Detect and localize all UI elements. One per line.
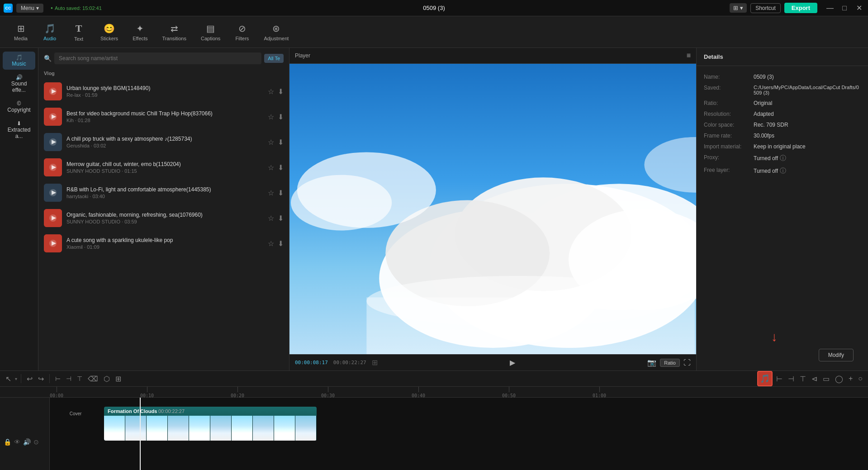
minimize-button[interactable]: — (825, 3, 835, 14)
music-thumb-4 (44, 184, 62, 202)
captions-icon: ▤ (206, 23, 215, 34)
timeline-left-panel: 🔒 👁 🔊 ⊙ (0, 398, 50, 470)
detail-row-0: Name: 0509 (3) (704, 71, 861, 82)
ruler-label-3: 00:30 (321, 393, 335, 398)
download-button-2[interactable]: ⬇ (278, 138, 284, 147)
toolbar-effects[interactable]: ✦ Effects (126, 20, 154, 44)
video-track[interactable]: Formation Of Clouds 00:00:22:27 (104, 407, 317, 441)
favorite-button-3[interactable]: ☆ (268, 163, 274, 172)
music-actions-4: ☆ ⬇ (268, 189, 284, 197)
audio-label: Audio (43, 36, 56, 41)
undo-button[interactable]: ↩ (25, 373, 34, 385)
delete-button[interactable]: ⌫ (86, 373, 100, 385)
toolbar-stickers[interactable]: 😊 Stickers (94, 20, 124, 44)
sidebar-item-music[interactable]: 🎵 Music (3, 52, 35, 70)
sidebar-item-extracted[interactable]: ⬇ Extracted a... (3, 118, 35, 142)
fullscreen-button[interactable]: ⛶ (683, 359, 691, 367)
ruler-label-6: 01:00 (593, 393, 606, 398)
music-meta-0: Re-lax · 01:59 (66, 92, 263, 98)
search-input[interactable] (54, 52, 261, 64)
download-button-4[interactable]: ⬇ (278, 189, 284, 197)
track-more-button[interactable]: ⊙ (33, 438, 39, 446)
app-logo: CC (4, 4, 13, 13)
detail-toggle-8[interactable]: ⓘ (780, 167, 786, 174)
favorite-button-6[interactable]: ☆ (268, 239, 274, 248)
download-button-0[interactable]: ⬇ (278, 87, 284, 96)
music-item[interactable]: Merrow guitar, chill out, winter, emo b(… (38, 155, 289, 180)
toolbar-audio[interactable]: 🎵 Audio (36, 20, 63, 44)
layout-button[interactable]: ⊞ ▾ (730, 3, 747, 13)
track-visibility-button[interactable]: 👁 (14, 438, 20, 446)
ruler-tick-5 (509, 387, 509, 392)
music-meta-3: SUNNY HOOD STUDIO · 01:15 (66, 168, 263, 174)
favorite-button-2[interactable]: ☆ (268, 138, 274, 147)
toolbar-text[interactable]: T Text (65, 20, 92, 44)
music-item[interactable]: A chill pop truck with a sexy atmosphere… (38, 129, 289, 155)
shortcut-button[interactable]: Shortcut (750, 3, 781, 13)
timeline-split-btn[interactable]: ⊢ (774, 373, 784, 385)
favorite-button-5[interactable]: ☆ (268, 214, 274, 223)
favorite-button-0[interactable]: ☆ (268, 87, 274, 96)
sidebar-sound-label: Sound effe... (6, 81, 32, 93)
toolbar-adjustment[interactable]: ⊛ Adjustment (257, 20, 295, 44)
menu-button[interactable]: Menu ▾ (16, 4, 43, 13)
download-button-5[interactable]: ⬇ (278, 214, 284, 223)
toolbar-media[interactable]: ⊞ Media (7, 20, 34, 44)
grid-button[interactable]: ⊞ (114, 373, 123, 385)
playhead (140, 398, 141, 470)
music-item[interactable]: Best for video background music Chill Tr… (38, 104, 289, 129)
toolbar-filters[interactable]: ⊘ Filters (228, 20, 256, 44)
ruler-tick-0 (57, 387, 57, 392)
music-item[interactable]: R&B with Lo-Fi, light and comfortable at… (38, 180, 289, 205)
trim-button[interactable]: ⊣ (64, 373, 73, 384)
toolbar-transitions[interactable]: ⇄ Transitions (156, 20, 193, 44)
favorite-button-4[interactable]: ☆ (268, 189, 274, 197)
favorite-button-1[interactable]: ☆ (268, 113, 274, 121)
track-lock-button[interactable]: 🔒 (4, 438, 11, 446)
select-tool-dropdown[interactable]: ▾ (15, 376, 17, 381)
track-thumb-9 (274, 416, 295, 441)
detail-toggle-7[interactable]: ⓘ (780, 154, 786, 161)
timeline-merge-btn[interactable]: ⊣ (786, 373, 796, 385)
download-button-1[interactable]: ⬇ (278, 113, 284, 121)
player-menu-icon[interactable]: ≡ (687, 52, 691, 60)
modify-button[interactable]: Modify (819, 349, 854, 361)
split-button[interactable]: ⊢ (53, 373, 62, 384)
maximize-button[interactable]: □ (839, 3, 850, 14)
music-item[interactable]: A cute song with a sparkling ukulele-lik… (38, 231, 289, 256)
detail-key-2: Ratio: (704, 100, 754, 106)
music-item[interactable]: Organic, fashionable, morning, refreshin… (38, 205, 289, 231)
audio-highlight-button[interactable]: 🎵 (757, 371, 773, 386)
redo-button[interactable]: ↪ (36, 373, 46, 385)
all-tag[interactable]: All Te (264, 54, 284, 63)
stickers-icon: 😊 (104, 23, 115, 34)
ruler-mark-2: 00:20 (231, 387, 244, 398)
detail-key-4: Color space: (704, 122, 754, 128)
timeline-snap-btn[interactable]: ⊤ (798, 373, 808, 385)
download-button-6[interactable]: ⬇ (278, 239, 284, 248)
music-thumb-2 (44, 133, 62, 151)
video-frame (289, 64, 696, 354)
play-button[interactable]: ▶ (510, 358, 515, 367)
track-audio-button[interactable]: 🔊 (23, 438, 31, 446)
sidebar-item-copyright[interactable]: © Copyright (3, 98, 35, 116)
details-panel: Details Name: 0509 (3) Saved: C:/Users/M… (696, 48, 868, 370)
ratio-button[interactable]: Ratio (660, 359, 680, 367)
timeline-settings-btn[interactable]: ○ (856, 373, 864, 385)
snapshot-button[interactable]: 📷 (647, 358, 656, 367)
player-area: Player ≡ (289, 48, 696, 370)
toolbar-divider-1 (21, 374, 21, 383)
download-button-3[interactable]: ⬇ (278, 163, 284, 172)
music-item[interactable]: Urban lounge style BGM(1148490) Re-lax ·… (38, 79, 289, 104)
shield-button[interactable]: ⬡ (102, 373, 112, 385)
timeline-circle-btn[interactable]: ◯ (833, 373, 845, 385)
toolbar-captions[interactable]: ▤ Captions (194, 20, 227, 44)
crop-button[interactable]: ⊤ (75, 373, 84, 384)
sidebar-item-sound-effects[interactable]: 🔊 Sound effe... (3, 71, 35, 96)
timeline-add-btn[interactable]: + (847, 373, 854, 385)
close-button[interactable]: ✕ (854, 3, 864, 14)
timeline-text-btn[interactable]: ▭ (821, 373, 831, 385)
select-tool-button[interactable]: ↖ (4, 373, 13, 385)
export-button[interactable]: Export (784, 3, 817, 13)
timeline-loop-btn[interactable]: ⊲ (810, 373, 819, 385)
